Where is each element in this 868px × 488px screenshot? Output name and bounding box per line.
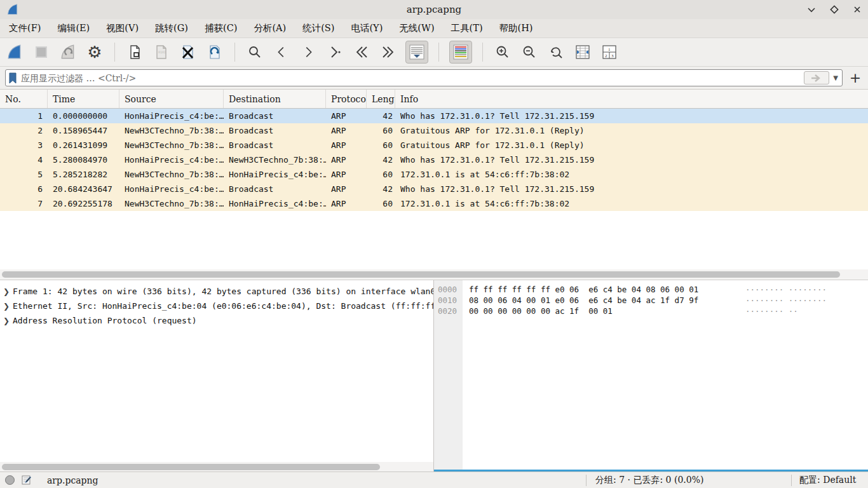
packet-list-header: No. Time Source Destination Protocol Len… [0,90,868,109]
detail-hscrollbar[interactable] [0,462,433,471]
menu-file[interactable]: 文件(F) [9,22,41,34]
detail-frame-line: Frame 1: 42 bytes on wire (336 bits), 42… [13,287,433,296]
packet-row[interactable]: 4 5.280084970 HonHaiPrecis_c4:be:… NewH3… [0,152,868,167]
reload-file-icon[interactable] [205,43,224,62]
colorize-toggle[interactable] [449,41,472,64]
column-header-protocol[interactable]: Protocol [326,90,367,108]
title-bar: arp.pcapng [0,0,868,19]
find-packet-icon[interactable] [245,43,264,62]
zoom-in-icon[interactable] [493,43,512,62]
column-header-time[interactable]: Time [48,90,119,108]
minimize-icon[interactable] [807,5,816,14]
packet-list-hscrollbar[interactable] [0,269,868,280]
display-filter-field[interactable]: ▼ [5,69,843,86]
menu-telephony[interactable]: 电话(Y) [351,22,383,34]
statusbar-profile[interactable]: 配置: Default [792,475,868,486]
hex-dump-pane: 0000 ff ff ff ff ff ff e0 06 e6 c4 be 04… [434,280,868,471]
toolbar-separator [234,43,235,62]
go-to-packet-icon[interactable] [325,43,344,62]
packet-list-empty-area [0,211,868,269]
statusbar-filename[interactable]: arp.pcapng [47,475,98,485]
layout-icon[interactable]: 123 [600,43,619,62]
filter-dropdown-caret[interactable]: ▼ [833,74,838,81]
menu-edit[interactable]: 编辑(E) [57,22,90,34]
packet-row[interactable]: 2 0.158965447 NewH3CTechno_7b:38:… Broad… [0,123,868,138]
restart-capture-icon[interactable] [58,43,78,62]
toolbar-separator [438,43,439,62]
menu-capture[interactable]: 捕获(C) [205,22,237,34]
apply-filter-icon[interactable] [804,71,829,85]
go-last-icon[interactable] [379,43,398,62]
window-title: arp.pcapng [0,4,868,15]
toolbar-separator [482,43,483,62]
display-filter-input[interactable] [21,73,800,83]
toolbar-separator [114,43,115,62]
packet-row[interactable]: 6 20.684243647 HonHaiPrecis_c4:be:… Broa… [0,182,868,196]
hex-pane-active-indicator [434,470,868,471]
statusbar-packet-count: 分组: 7 · 已丢弃: 0 (0.0%) [587,475,791,486]
menu-wireless[interactable]: 无线(W) [399,22,434,34]
filter-bar: ▼ + [0,67,868,90]
column-header-length[interactable]: Lengtl [367,90,395,108]
detail-tree-item[interactable]: ❯ Ethernet II, Src: HonHaiPrecis_c4:be:0… [0,299,433,313]
detail-tree-item[interactable]: ❯ Address Resolution Protocol (request) [0,313,433,328]
zoom-reset-icon[interactable] [546,43,566,62]
expert-info-icon[interactable] [5,475,15,485]
close-file-icon[interactable] [179,43,198,62]
menu-help[interactable]: 帮助(H) [499,22,533,34]
column-header-info[interactable]: Info [395,90,868,108]
zoom-out-icon[interactable] [520,43,539,62]
svg-text:0101: 0101 [158,50,166,54]
scrollbar-thumb[interactable] [2,464,380,470]
packet-row[interactable]: 5 5.285218282 NewH3CTechno_7b:38:… HonHa… [0,167,868,182]
stop-capture-icon[interactable] [32,43,51,62]
capture-options-icon[interactable]: ⚙ [85,43,104,62]
start-capture-icon[interactable] [5,43,24,62]
save-file-icon[interactable]: 0101 [152,43,171,62]
main-toolbar: ⚙ 0101 [0,37,868,67]
packet-row[interactable]: 3 0.261431099 NewH3CTechno_7b:38:… Broad… [0,138,868,152]
packet-list-pane: No. Time Source Destination Protocol Len… [0,90,868,280]
close-icon[interactable] [853,5,862,14]
column-header-destination[interactable]: Destination [224,90,326,108]
bookmark-icon[interactable] [8,72,17,84]
open-file-icon[interactable] [125,43,144,62]
svg-text:1: 1 [608,47,611,52]
menu-tools[interactable]: 工具(T) [451,22,483,34]
svg-text:2: 2 [605,53,607,58]
lower-panes: ❯ Frame 1: 42 bytes on wire (336 bits), … [0,280,868,471]
menu-analyze[interactable]: 分析(A) [254,22,286,34]
go-forward-icon[interactable] [299,43,318,62]
expander-arrow-icon[interactable]: ❯ [0,302,13,311]
hex-row[interactable]: 0020 00 00 00 00 00 00 ac 1f 00 01 ·····… [434,306,868,316]
hex-row[interactable]: 0010 08 00 06 04 00 01 e0 06 e6 c4 be 04… [434,295,868,306]
menu-view[interactable]: 视图(V) [106,22,139,34]
detail-tree-item[interactable]: ❯ Frame 1: 42 bytes on wire (336 bits), … [0,284,433,299]
menu-go[interactable]: 跳转(G) [155,22,188,34]
packet-row[interactable]: 7 20.692255178 NewH3CTechno_7b:38:… HonH… [0,196,868,211]
svg-text:3: 3 [611,53,614,58]
detail-ethernet-line: Ethernet II, Src: HonHaiPrecis_c4:be:04 … [13,301,433,311]
packet-row[interactable]: 1 0.000000000 HonHaiPrecis_c4:be:… Broad… [0,109,868,123]
scrollbar-thumb[interactable] [2,271,840,278]
maximize-icon[interactable] [830,5,839,14]
packet-detail-pane: ❯ Frame 1: 42 bytes on wire (336 bits), … [0,280,434,471]
expander-arrow-icon[interactable]: ❯ [0,316,13,325]
detail-arp-line: Address Resolution Protocol (request) [13,316,197,325]
resize-columns-icon[interactable] [573,43,592,62]
expander-arrow-icon[interactable]: ❯ [0,287,13,296]
auto-scroll-toggle[interactable] [405,41,428,64]
capture-comment-icon[interactable] [21,475,32,485]
add-filter-button-icon[interactable]: + [848,70,863,86]
column-header-no[interactable]: No. [0,90,48,108]
status-bar: arp.pcapng 分组: 7 · 已丢弃: 0 (0.0%) 配置: Def… [0,471,868,488]
column-header-source[interactable]: Source [119,90,224,108]
hex-row[interactable]: 0000 ff ff ff ff ff ff e0 06 e6 c4 be 04… [434,284,868,295]
wireshark-window: arp.pcapng 文件(F) 编辑(E) 视图(V) 跳转(G) 捕获(C)… [0,0,868,488]
menu-bar: 文件(F) 编辑(E) 视图(V) 跳转(G) 捕获(C) 分析(A) 统计(S… [0,19,868,37]
menu-statistics[interactable]: 统计(S) [302,22,334,34]
go-back-icon[interactable] [272,43,291,62]
go-first-icon[interactable] [352,43,371,62]
